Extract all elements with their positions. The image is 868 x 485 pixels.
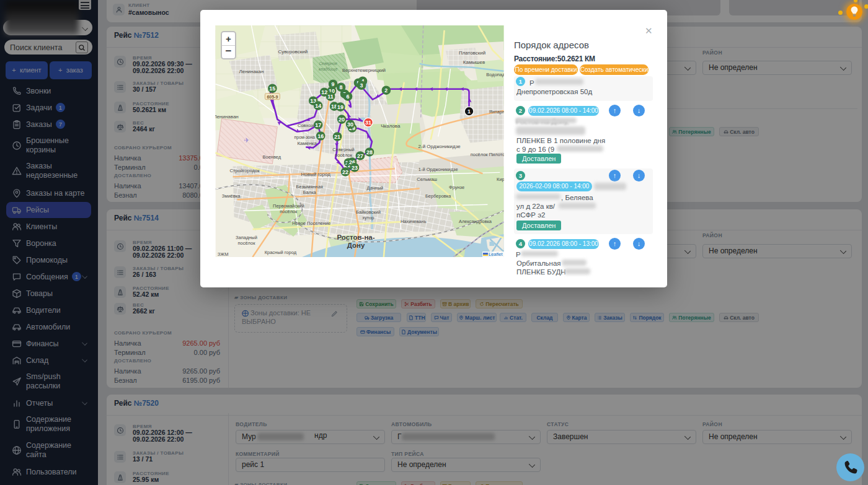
svg-text:17: 17 xyxy=(315,122,321,128)
svg-text:Водопадн: Водопадн xyxy=(486,72,504,77)
svg-text:посёлок Пилото: посёлок Пилото xyxy=(471,152,504,157)
svg-text:Кир: Кир xyxy=(497,177,504,182)
svg-text:23: 23 xyxy=(352,165,358,171)
svg-text:Дону: Дону xyxy=(347,242,365,249)
svg-text:Берберовка: Берберовка xyxy=(425,193,451,199)
svg-text:20: 20 xyxy=(339,116,345,123)
svg-text:Александровка: Александровка xyxy=(459,219,492,224)
svg-text:Каменка: Каменка xyxy=(297,141,317,146)
svg-text:1-й Орджоникидзе: 1-й Орджоникидзе xyxy=(418,167,458,172)
svg-text:посёлок: посёлок xyxy=(280,209,298,214)
svg-text:Нахичевань: Нахичевань xyxy=(401,219,427,224)
svg-text:Чкалова: Чкалова xyxy=(381,123,401,129)
svg-text:Ростов-на-: Ростов-на- xyxy=(337,234,375,241)
svg-text:3: 3 xyxy=(360,82,363,89)
svg-text:31: 31 xyxy=(365,120,371,126)
svg-text:30: 30 xyxy=(347,121,353,128)
svg-text:посёлок: посёлок xyxy=(238,240,256,246)
svg-text:8: 8 xyxy=(340,84,343,90)
svg-text:Военвед: Военвед xyxy=(263,154,281,160)
svg-text:Ленинаван: Ленинаван xyxy=(215,114,239,120)
svg-text:605-9: 605-9 xyxy=(267,95,278,99)
svg-text:Платовский: Платовский xyxy=(459,50,485,56)
svg-text:Байковский: Байковский xyxy=(356,209,381,215)
svg-text:Балка: Балка xyxy=(303,190,317,195)
svg-text:кладбище: кладбище xyxy=(319,67,338,72)
svg-text:Верхнетемерницкий: Верхнетемерницкий xyxy=(342,68,386,73)
svg-text:Первомайский: Первомайский xyxy=(273,203,304,209)
svg-text:22: 22 xyxy=(342,169,348,175)
svg-text:2: 2 xyxy=(384,87,388,94)
svg-text:Фрунзе: Фрунзе xyxy=(449,185,464,190)
svg-text:1: 1 xyxy=(467,108,471,115)
svg-text:ЗЖМ: ЗЖМ xyxy=(218,251,229,257)
svg-text:16: 16 xyxy=(317,133,324,139)
svg-text:14: 14 xyxy=(315,103,321,109)
svg-text:Красный город: Красный город xyxy=(265,250,297,255)
svg-text:Западный: Западный xyxy=(236,235,257,240)
svg-text:Северный: Северный xyxy=(332,147,354,152)
svg-text:пром-зона: пром-зона xyxy=(294,136,315,141)
svg-text:9: 9 xyxy=(332,81,335,87)
svg-text:2-й Орджоникидзе: 2-й Орджоникидзе xyxy=(418,144,461,149)
svg-text:хутор: хутор xyxy=(362,215,374,221)
svg-text:6: 6 xyxy=(347,94,350,100)
svg-text:Суворовский: Суворовский xyxy=(278,49,308,55)
svg-text:Змиёвка: Змиёвка xyxy=(222,193,241,199)
svg-text:27: 27 xyxy=(357,153,363,159)
svg-text:15: 15 xyxy=(269,85,275,92)
svg-text:Новое Поселение: Новое Поселение xyxy=(292,221,330,226)
svg-text:Северное: Северное xyxy=(319,61,337,66)
svg-text:Дачный: Дачный xyxy=(367,185,384,191)
svg-text:посёлок: посёлок xyxy=(335,152,353,158)
svg-text:19: 19 xyxy=(337,104,343,110)
svg-text:11: 11 xyxy=(327,94,333,100)
svg-text:Янтарн: Янтарн xyxy=(489,109,504,115)
svg-text:Камышев: Камышев xyxy=(463,59,485,65)
svg-text:✈: ✈ xyxy=(244,136,250,144)
svg-text:Стройгородок: Стройгородок xyxy=(230,168,260,173)
svg-text:Ленинакан: Ленинакан xyxy=(239,69,264,74)
svg-text:28: 28 xyxy=(366,149,373,155)
svg-text:Безымянная: Безымянная xyxy=(296,184,323,190)
svg-text:Новый город: Новый город xyxy=(301,172,331,177)
svg-text:12: 12 xyxy=(321,89,327,95)
svg-text:Сельмаш: Сельмаш xyxy=(417,177,437,182)
svg-text:21: 21 xyxy=(334,134,340,140)
